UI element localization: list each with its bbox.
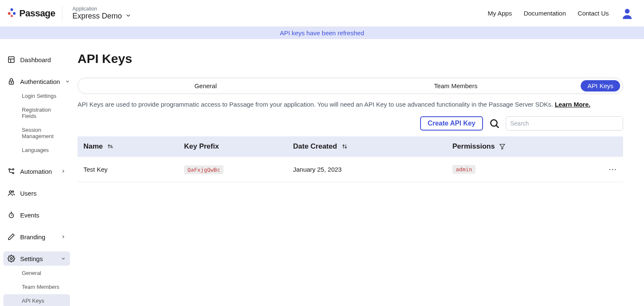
- sidebar-label: Settings: [20, 255, 43, 262]
- dashboard-icon: [8, 56, 15, 63]
- users-icon: [8, 189, 15, 197]
- automation-icon: [8, 167, 15, 175]
- chevron-down-icon: [61, 255, 66, 262]
- app-switcher-name: Express Demo: [73, 12, 131, 21]
- sidebar-item-users[interactable]: Users: [3, 186, 70, 200]
- chevron-down-icon: [125, 12, 131, 21]
- svg-point-12: [13, 169, 14, 170]
- chevron-right-icon: [61, 168, 66, 175]
- table-row: Test Key QaFxjgQwBc January 25, 2023 adm…: [78, 157, 623, 182]
- cell-name: Test Key: [83, 166, 184, 173]
- sidebar-item-events[interactable]: Events: [3, 208, 70, 222]
- column-label: Key Prefix: [184, 142, 219, 150]
- divider: [62, 6, 62, 21]
- sidebar-label: Team Members: [22, 284, 60, 290]
- gear-icon: [8, 255, 15, 262]
- svg-point-19: [10, 258, 13, 260]
- svg-point-11: [13, 173, 14, 174]
- svg-point-2: [13, 12, 16, 15]
- app-switcher-label: Application: [73, 6, 131, 12]
- sidebar-item-session-management[interactable]: Session Management: [3, 123, 70, 143]
- column-label: Name: [83, 142, 103, 151]
- svg-point-14: [12, 191, 14, 192]
- lock-icon: [8, 78, 15, 85]
- sidebar-item-branding[interactable]: Branding: [3, 230, 70, 244]
- sidebar-item-settings[interactable]: Settings: [3, 251, 70, 266]
- svg-point-13: [9, 191, 11, 193]
- sort-asc-icon: [107, 143, 114, 150]
- row-actions-menu[interactable]: ⋯: [608, 165, 617, 174]
- sidebar-label: Users: [20, 190, 36, 197]
- sidebar-item-authentication[interactable]: Authentication: [3, 74, 70, 89]
- cell-date: January 25, 2023: [293, 166, 452, 173]
- page-description: API Keys are used to provide programmati…: [78, 101, 623, 108]
- column-header-name[interactable]: Name: [83, 142, 184, 151]
- svg-marker-25: [500, 144, 505, 149]
- svg-point-1: [8, 12, 10, 15]
- sidebar-label: Dashboard: [20, 56, 51, 63]
- svg-point-3: [10, 15, 13, 17]
- sidebar-item-settings-team[interactable]: Team Members: [3, 280, 70, 293]
- sidebar-item-login-settings[interactable]: Login Settings: [3, 89, 70, 102]
- sidebar-label: Languages: [22, 147, 49, 153]
- sidebar-label: General: [22, 270, 41, 276]
- sidebar-label: Branding: [20, 233, 45, 241]
- sidebar-item-registration-fields[interactable]: Registration Fields: [3, 103, 70, 123]
- sidebar-item-settings-apikeys[interactable]: API Keys: [3, 294, 70, 306]
- application-switcher[interactable]: Application Express Demo: [73, 6, 131, 21]
- sidebar-item-dashboard[interactable]: Dashboard: [3, 52, 70, 67]
- brand-logo[interactable]: Passage: [7, 8, 62, 19]
- column-label: Permissions: [452, 142, 495, 151]
- api-keys-table: Name Key Prefix Date Created Permissions: [78, 136, 623, 182]
- search-icon[interactable]: [489, 118, 500, 129]
- sidebar-item-languages[interactable]: Languages: [3, 144, 70, 157]
- svg-rect-5: [8, 57, 14, 63]
- svg-point-4: [625, 9, 629, 13]
- sidebar: Dashboard Authentication Login Settings …: [0, 39, 73, 306]
- filter-icon: [499, 143, 506, 150]
- sidebar-label: Session Management: [22, 127, 66, 139]
- brand-name: Passage: [19, 8, 55, 19]
- description-text: API Keys are used to provide programmati…: [78, 101, 555, 108]
- sidebar-label: Events: [20, 212, 39, 219]
- top-nav: My Apps Documentation Contact Us: [488, 7, 634, 20]
- svg-line-16: [11, 214, 12, 215]
- table-header: Name Key Prefix Date Created Permissions: [78, 136, 623, 157]
- column-header-prefix[interactable]: Key Prefix: [184, 142, 293, 151]
- learn-more-link[interactable]: Learn More.: [555, 101, 590, 108]
- svg-point-10: [9, 169, 10, 170]
- table-controls: Create API Key: [78, 116, 623, 131]
- sidebar-item-settings-general[interactable]: General: [3, 267, 70, 280]
- create-api-key-button[interactable]: Create API Key: [420, 116, 483, 131]
- column-label: Date Created: [293, 142, 337, 151]
- sort-updown-icon: [341, 143, 348, 150]
- sidebar-item-automation[interactable]: Automation: [3, 164, 70, 178]
- top-bar: Passage Application Express Demo My Apps…: [0, 0, 644, 27]
- stopwatch-icon: [8, 211, 15, 219]
- tab-general[interactable]: General: [80, 80, 331, 92]
- svg-point-9: [11, 82, 12, 83]
- main-content: API Keys General Team Members API Keys A…: [73, 39, 644, 306]
- sidebar-label: Authentication: [20, 78, 60, 85]
- user-avatar[interactable]: [621, 7, 634, 20]
- svg-line-21: [496, 126, 499, 128]
- sidebar-label: Login Settings: [22, 93, 56, 99]
- key-prefix-chip: QaFxjgQwBc: [184, 165, 223, 174]
- page-title: API Keys: [78, 52, 623, 66]
- sidebar-label: API Keys: [22, 298, 44, 304]
- cell-prefix: QaFxjgQwBc: [184, 166, 293, 173]
- cell-text: January 25, 2023: [293, 166, 342, 173]
- nav-my-apps[interactable]: My Apps: [488, 10, 512, 17]
- notification-banner: API keys have been refreshed: [0, 27, 644, 39]
- tab-team-members[interactable]: Team Members: [331, 80, 581, 92]
- nav-contact-us[interactable]: Contact Us: [578, 10, 609, 17]
- svg-point-0: [10, 8, 13, 11]
- permission-chip: admin: [452, 165, 475, 174]
- sidebar-label: Registration Fields: [22, 107, 66, 119]
- column-header-date[interactable]: Date Created: [293, 142, 452, 151]
- tab-api-keys[interactable]: API Keys: [581, 80, 620, 92]
- column-header-permissions[interactable]: Permissions: [452, 142, 600, 151]
- search-input[interactable]: [506, 116, 623, 131]
- nav-documentation[interactable]: Documentation: [524, 10, 566, 17]
- sidebar-label: Automation: [20, 168, 52, 175]
